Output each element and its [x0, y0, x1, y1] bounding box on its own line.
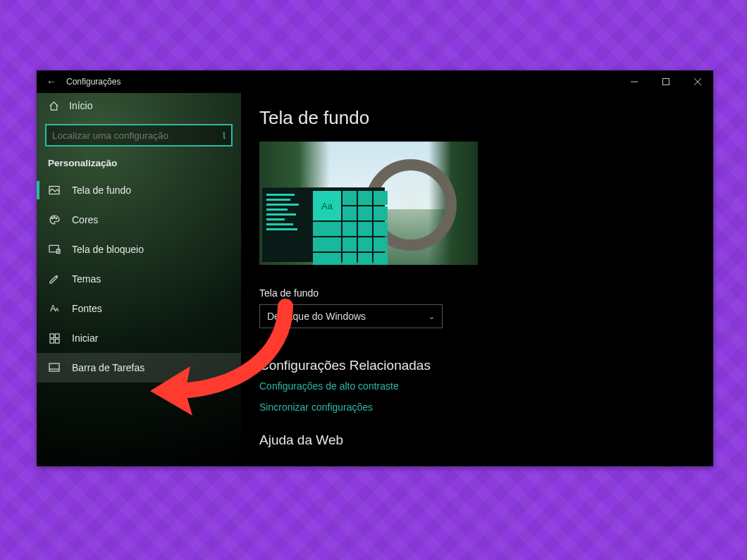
- home-icon: [48, 101, 59, 111]
- lockscreen-icon: [48, 244, 61, 255]
- maximize-button[interactable]: [650, 70, 681, 93]
- svg-rect-12: [49, 339, 54, 343]
- background-dropdown[interactable]: Destaque do Windows ⌄: [259, 304, 443, 328]
- svg-point-6: [54, 217, 55, 218]
- sidebar-item-taskbar[interactable]: Barra de Tarefas: [37, 353, 241, 382]
- settings-window: ← Configurações Início: [37, 70, 713, 466]
- link-high-contrast[interactable]: Configurações de alto contraste: [259, 380, 695, 392]
- svg-rect-11: [55, 333, 59, 337]
- sidebar: Início Ⲓ Personalização Tela de fundo: [37, 93, 241, 466]
- fonts-icon: AA: [48, 304, 61, 313]
- minimize-button[interactable]: [618, 70, 650, 93]
- sidebar-item-label: Cores: [72, 214, 98, 225]
- chevron-down-icon: ⌄: [428, 312, 435, 321]
- sidebar-section-title: Personalização: [37, 155, 241, 175]
- sidebar-item-label: Barra de Tarefas: [72, 362, 144, 373]
- sidebar-item-fonts[interactable]: AA Fontes: [37, 294, 241, 323]
- svg-point-7: [56, 218, 57, 219]
- start-icon: [48, 333, 61, 344]
- sidebar-item-themes[interactable]: Temas: [37, 264, 241, 294]
- close-button[interactable]: [681, 70, 713, 93]
- search-input[interactable]: [45, 124, 233, 147]
- sidebar-item-label: Tela de bloqueio: [72, 244, 144, 255]
- svg-rect-13: [55, 339, 59, 343]
- themes-icon: [48, 273, 61, 285]
- window-title: Configurações: [66, 77, 121, 87]
- preview-tile-aa: Aa: [313, 191, 341, 220]
- sidebar-item-start[interactable]: Iniciar: [37, 323, 241, 353]
- svg-rect-14: [49, 363, 59, 371]
- background-label: Tela de fundo: [259, 287, 695, 299]
- page-title: Tela de fundo: [259, 107, 695, 129]
- sidebar-item-lockscreen[interactable]: Tela de bloqueio: [37, 235, 241, 264]
- sidebar-item-background[interactable]: Tela de fundo: [37, 175, 241, 205]
- sidebar-item-label: Iniciar: [72, 332, 98, 344]
- sidebar-item-label: Tela de fundo: [72, 185, 131, 196]
- sidebar-item-colors[interactable]: Cores: [37, 205, 241, 235]
- svg-rect-1: [662, 79, 669, 85]
- back-button[interactable]: ←: [37, 76, 66, 87]
- svg-point-5: [51, 218, 53, 219]
- background-dropdown-value: Destaque do Windows: [267, 311, 366, 322]
- sidebar-item-label: Temas: [72, 273, 101, 285]
- sidebar-item-label: Fontes: [72, 303, 102, 314]
- sidebar-nav: Tela de fundo Cores Tela de bloqueio: [37, 175, 241, 382]
- link-sync-settings[interactable]: Sincronizar configurações: [259, 402, 695, 413]
- content-pane: Tela de fundo Aa Tela de fundo: [241, 93, 713, 466]
- sidebar-home[interactable]: Início: [37, 93, 241, 118]
- taskbar-icon: [48, 363, 61, 373]
- sidebar-home-label: Início: [69, 100, 92, 111]
- window-controls: [618, 70, 713, 93]
- palette-icon: [48, 214, 61, 225]
- web-help-heading: Ajuda da Web: [259, 433, 695, 448]
- svg-rect-10: [49, 333, 54, 337]
- svg-rect-8: [49, 245, 58, 251]
- titlebar: ← Configurações: [37, 70, 713, 93]
- related-settings-heading: Configurações Relacionadas: [259, 358, 695, 373]
- search-icon: Ⲓ: [223, 130, 226, 142]
- desktop-preview: Aa: [259, 142, 478, 265]
- picture-icon: [48, 185, 61, 196]
